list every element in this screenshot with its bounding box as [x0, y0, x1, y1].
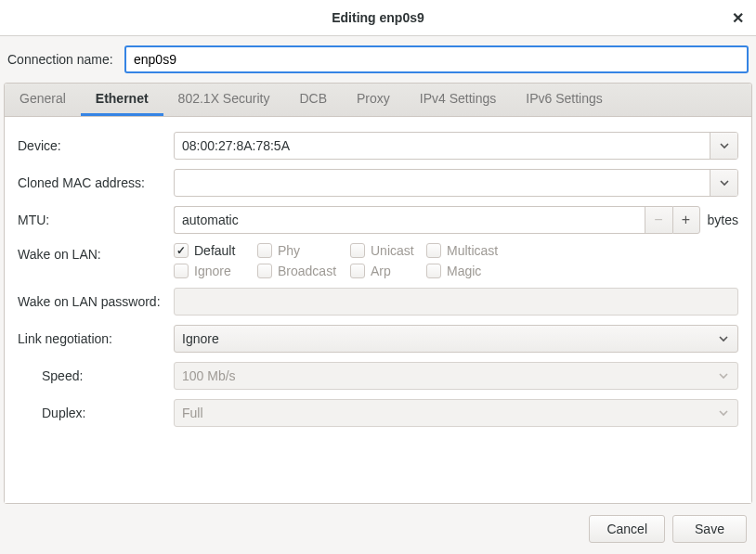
device-label: Device: — [18, 138, 174, 153]
device-combo[interactable]: 08:00:27:8A:78:5A — [174, 132, 738, 160]
checkbox-icon — [257, 243, 272, 258]
dialog-footer: Cancel Save — [0, 504, 756, 554]
checkbox-icon — [257, 264, 272, 278]
chevron-down-icon — [719, 406, 728, 420]
checkbox-icon — [174, 264, 189, 278]
cloned-mac-dropdown-button[interactable] — [710, 170, 737, 196]
wol-arp-check[interactable]: Arp — [350, 264, 426, 278]
wol-broadcast-check[interactable]: Broadcast — [257, 264, 350, 278]
speed-value: 100 Mb/s — [182, 368, 236, 383]
speed-dropdown: 100 Mb/s — [174, 362, 738, 390]
tab-8021x[interactable]: 802.1X Security — [163, 84, 285, 116]
checkbox-icon — [350, 243, 365, 258]
tabs-container: General Ethernet 802.1X Security DCB Pro… — [4, 83, 752, 504]
mtu-unit: bytes — [708, 213, 738, 227]
cancel-button[interactable]: Cancel — [589, 515, 665, 543]
link-negotiation-dropdown[interactable]: Ignore — [174, 325, 738, 353]
device-dropdown-button[interactable] — [710, 133, 737, 159]
wol-ignore-check[interactable]: Ignore — [174, 264, 257, 278]
duplex-dropdown: Full — [174, 399, 738, 427]
link-negotiation-label: Link negotiation: — [18, 331, 174, 346]
wol-phy-check[interactable]: Phy — [257, 243, 350, 258]
wol-options: Default Phy Unicast Multicast Ignore Bro… — [174, 243, 515, 278]
checkbox-icon — [174, 243, 189, 258]
connection-name-input[interactable] — [124, 45, 749, 73]
tab-bar: General Ethernet 802.1X Security DCB Pro… — [5, 84, 751, 117]
checkbox-icon — [426, 243, 441, 258]
tab-ethernet[interactable]: Ethernet — [81, 84, 163, 116]
mtu-value[interactable]: automatic — [174, 206, 645, 234]
checkbox-icon — [426, 264, 441, 278]
ethernet-panel: Device: 08:00:27:8A:78:5A Cloned MAC add… — [5, 117, 751, 503]
mtu-minus-button[interactable]: − — [645, 206, 672, 234]
device-value[interactable]: 08:00:27:8A:78:5A — [175, 133, 710, 159]
connection-name-row: Connection name: — [0, 36, 756, 83]
tab-proxy[interactable]: Proxy — [342, 84, 405, 116]
tab-dcb[interactable]: DCB — [284, 84, 342, 116]
wol-password-input — [174, 288, 738, 316]
cloned-mac-label: Cloned MAC address: — [18, 175, 174, 190]
connection-name-label: Connection name: — [7, 52, 124, 67]
save-button[interactable]: Save — [672, 515, 747, 543]
wol-unicast-check[interactable]: Unicast — [350, 243, 426, 258]
tab-ipv6[interactable]: IPv6 Settings — [511, 84, 618, 116]
chevron-down-icon — [719, 368, 728, 383]
mtu-label: MTU: — [18, 213, 174, 227]
cloned-mac-value[interactable] — [175, 170, 710, 196]
close-icon[interactable]: ✕ — [728, 8, 747, 27]
mtu-spinner[interactable]: automatic − + — [174, 206, 700, 234]
wol-label: Wake on LAN: — [18, 243, 174, 262]
window-title: Editing enp0s9 — [332, 10, 424, 25]
tab-ipv4[interactable]: IPv4 Settings — [405, 84, 512, 116]
link-negotiation-value: Ignore — [182, 331, 219, 346]
wol-default-check[interactable]: Default — [174, 243, 257, 258]
duplex-value: Full — [182, 406, 203, 420]
chevron-down-icon — [720, 175, 729, 190]
checkbox-icon — [350, 264, 365, 278]
tab-general[interactable]: General — [5, 84, 81, 116]
cloned-mac-combo[interactable] — [174, 169, 738, 197]
wol-multicast-check[interactable]: Multicast — [426, 243, 515, 258]
speed-label: Speed: — [18, 368, 174, 383]
wol-password-label: Wake on LAN password: — [18, 294, 174, 309]
wol-magic-check[interactable]: Magic — [426, 264, 515, 278]
chevron-down-icon — [720, 138, 729, 153]
titlebar: Editing enp0s9 ✕ — [0, 0, 756, 36]
duplex-label: Duplex: — [18, 406, 174, 420]
mtu-plus-button[interactable]: + — [672, 206, 700, 234]
chevron-down-icon — [719, 331, 728, 346]
